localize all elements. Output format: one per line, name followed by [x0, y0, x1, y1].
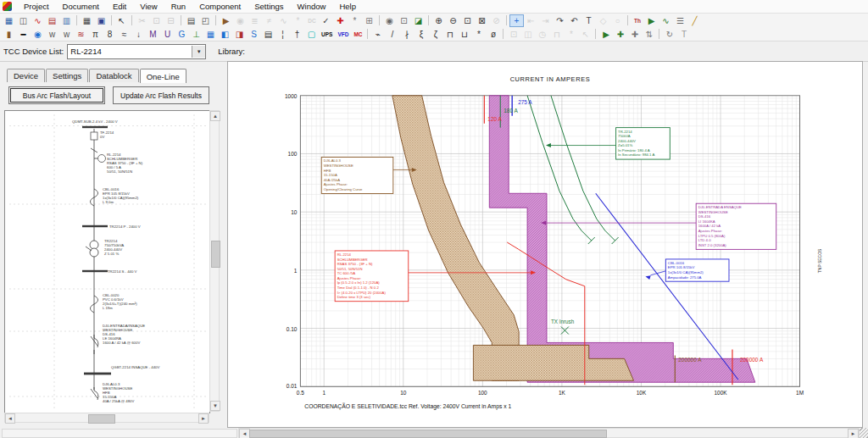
add-device-icon[interactable]: ✚: [613, 28, 627, 41]
datablock-report-icon[interactable]: ▥: [59, 14, 74, 27]
battery-icon[interactable]: ▮: [2, 28, 16, 41]
bus-arc-flash-layout-button[interactable]: Bus Arc Flash/Layout: [8, 86, 105, 104]
generator2-icon[interactable]: G: [175, 28, 189, 41]
menu-component[interactable]: Component: [192, 2, 248, 11]
ground-icon[interactable]: ⊥: [189, 28, 203, 41]
winding2-icon[interactable]: w: [59, 28, 74, 41]
vfd-icon[interactable]: VFD: [335, 28, 351, 41]
comb-icon[interactable]: ☰: [673, 14, 687, 27]
switchboard-icon[interactable]: ◧: [218, 28, 232, 41]
menu-document[interactable]: Document: [56, 2, 106, 11]
mcc-panel-icon[interactable]: ▦: [203, 28, 218, 41]
transformer-tr2214-symbol[interactable]: [90, 241, 98, 249]
tcc-chart[interactable]: CURRENT IN AMPERES DJ6-AL0.3WESTINGHOUSE…: [228, 62, 862, 427]
bus-icon[interactable]: ━: [16, 28, 31, 41]
load-icon[interactable]: ↓: [131, 28, 146, 41]
meter-icon[interactable]: ▢: [304, 28, 319, 41]
oneline-horizontal-scrollbar[interactable]: ◄ ►: [4, 413, 209, 423]
scroll-right-icon[interactable]: ►: [848, 429, 859, 438]
scroll-up-icon[interactable]: ▲: [210, 111, 220, 121]
print-preview-icon[interactable]: ◰: [198, 14, 213, 27]
contactor-icon[interactable]: ⊓: [442, 28, 457, 41]
tab-datablock[interactable]: Datablock: [89, 69, 138, 82]
utility-icon[interactable]: U: [160, 28, 175, 41]
pan-icon[interactable]: +: [509, 14, 524, 27]
main-horizontal-scrollbar[interactable]: ◄ ►: [238, 428, 860, 438]
breaker-open-icon[interactable]: ¦: [275, 28, 290, 41]
thermal-icon[interactable]: Th: [631, 14, 644, 27]
grid-tool-icon[interactable]: ⊞: [362, 14, 376, 27]
gears-icon[interactable]: ◉: [382, 14, 397, 27]
tab-settings[interactable]: Settings: [46, 69, 88, 82]
new-oneline-icon[interactable]: ▦: [2, 14, 16, 27]
hv-bus-icon[interactable]: ◨: [232, 28, 247, 41]
scroll-down-icon[interactable]: ▼: [210, 401, 220, 411]
zoom-out-icon[interactable]: ⊖: [446, 14, 460, 27]
oneline-canvas[interactable]: QDMT-SUB-2.4 kV - 2400 VTF-22140VRL-2214…: [4, 110, 210, 413]
menu-project[interactable]: Project: [17, 2, 56, 11]
zoom-extents-icon[interactable]: ⊠: [475, 14, 489, 27]
dual-winding-icon[interactable]: ≋: [74, 28, 88, 41]
fuse-icon[interactable]: ⌁: [370, 28, 385, 41]
verify-icon[interactable]: ✓: [319, 14, 333, 27]
winding1-icon[interactable]: w: [45, 28, 59, 41]
print-icon[interactable]: ▤: [184, 14, 198, 27]
ct-device-icon[interactable]: ø: [486, 28, 500, 41]
save-icon[interactable]: ▣: [94, 14, 108, 27]
probe-pointer-icon[interactable]: ▶: [644, 14, 659, 27]
breaker-dj0-symbol[interactable]: [91, 335, 98, 354]
curve-tr2214-damage[interactable]: [500, 96, 618, 335]
redo-icon[interactable]: ↷: [553, 14, 567, 27]
paste-device-icon[interactable]: ▶: [598, 28, 613, 41]
spreadsheet-icon[interactable]: ▦: [80, 14, 94, 27]
oneline-vscroll-thumb[interactable]: [211, 241, 220, 268]
relay-rl2214-symbol[interactable]: [98, 155, 106, 163]
curve-dj6-hfb-band[interactable]: [392, 96, 634, 380]
annotation-box-dj0[interactable]: DJ0-ENTRADA ENSAQUEWESTINGHOUSEDS-416LI …: [696, 203, 776, 249]
update-arc-flash-results-button[interactable]: Update Arc Flash Results: [113, 86, 209, 104]
undo-icon[interactable]: ↶: [567, 14, 581, 27]
pi-equivalent-icon[interactable]: π: [88, 28, 103, 41]
tcc-curve-window-icon[interactable]: ∿: [31, 14, 45, 27]
annotation-box-tr[interactable]: TR-2214750kVA2400-440VZ=5.01%In Primário…: [616, 128, 670, 159]
ups-icon[interactable]: UPS: [319, 28, 335, 41]
zoom-window-icon[interactable]: ⊡: [460, 14, 475, 27]
scenario-manager-icon[interactable]: ◫: [16, 14, 31, 27]
generator-icon[interactable]: ◉: [31, 28, 45, 41]
menu-edit[interactable]: Edit: [106, 2, 133, 11]
swap-icon[interactable]: ⇅: [642, 28, 656, 41]
breaker-dj6-symbol[interactable]: [91, 387, 98, 400]
tab-device[interactable]: Device: [7, 69, 45, 82]
add-device-gray-icon[interactable]: ✚: [627, 28, 642, 41]
mv-breaker-icon[interactable]: ζ: [428, 28, 442, 41]
recloser-icon[interactable]: ⊔: [457, 28, 471, 41]
menu-settings[interactable]: Settings: [248, 2, 290, 11]
zoom-in-icon[interactable]: ⊕: [431, 14, 446, 27]
fuse-tf2214-symbol[interactable]: [91, 132, 97, 140]
menu-window[interactable]: Window: [291, 2, 333, 11]
oneline-hscroll-thumb[interactable]: [88, 414, 115, 424]
tcc-chart-panel[interactable]: CURRENT IN AMPERES DJ6-AL0.3WESTINGHOUSE…: [227, 61, 863, 428]
frames-icon[interactable]: ⊡: [397, 14, 411, 27]
annotation-box-rl[interactable]: RL-2214SCHLUMBERGERRSAS 3750 - (3F + N)5…: [335, 251, 409, 302]
cable-icon[interactable]: ≈: [117, 28, 131, 41]
rotate-icon[interactable]: ↻: [662, 28, 676, 41]
arc-flash-icon[interactable]: ✚: [333, 14, 348, 27]
annotation-box-cbl[interactable]: CBL-0016EPR 105 8/15kV1x(3x1/0 CA)(95mm2…: [665, 259, 729, 281]
chevron-down-icon[interactable]: ▼: [192, 46, 205, 58]
oneline-vertical-scrollbar[interactable]: ▲ ▼: [209, 110, 220, 412]
green-curves-icon[interactable]: ∿: [659, 14, 673, 27]
transformer-tr2214-symbol2[interactable]: [90, 248, 98, 257]
result-plot-icon[interactable]: ◪: [411, 14, 426, 27]
mc-icon[interactable]: MC: [351, 28, 364, 41]
switch-icon[interactable]: /: [385, 28, 399, 41]
pencil-icon[interactable]: ╱: [687, 14, 702, 27]
tcc-device-combo[interactable]: RL-2214 ▼: [67, 44, 206, 59]
motor-icon[interactable]: M: [146, 28, 160, 41]
transformer-icon[interactable]: 8: [103, 28, 117, 41]
scenario-s-icon[interactable]: S: [247, 28, 261, 41]
text-tool-icon[interactable]: T: [581, 14, 596, 27]
breaker-closed-icon[interactable]: †: [290, 28, 304, 41]
menu-view[interactable]: View: [133, 2, 164, 11]
burst-tool-icon[interactable]: *: [348, 14, 362, 27]
